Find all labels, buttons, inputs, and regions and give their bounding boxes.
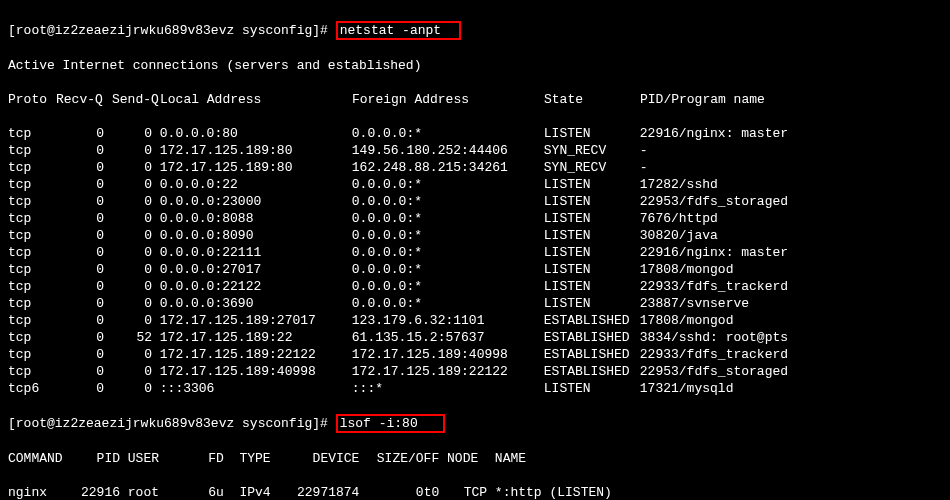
netstat-row: tcp00 172.17.125.189:22122172.17.125.189… [8,346,942,363]
netstat-row: tcp00 0.0.0.0:230000.0.0.0:*LISTEN22953/… [8,193,942,210]
netstat-row: tcp00 172.17.125.189:40998172.17.125.189… [8,363,942,380]
prompt-line-1: [root@iz2zeaezijrwku689v83evz sysconfig]… [8,21,942,40]
netstat-row: tcp00 172.17.125.189:80162.248.88.215:34… [8,159,942,176]
netstat-header: ProtoRecv-QSend-QLocal AddressForeign Ad… [8,91,942,108]
netstat-row: tcp00 0.0.0.0:221110.0.0.0:*LISTEN22916/… [8,244,942,261]
netstat-row: tcp00 0.0.0.0:36900.0.0.0:*LISTEN23887/s… [8,295,942,312]
netstat-row: tcp00 172.17.125.189:27017123.179.6.32:1… [8,312,942,329]
prompt-line-2: [root@iz2zeaezijrwku689v83evz sysconfig]… [8,414,942,433]
terminal[interactable]: [root@iz2zeaezijrwku689v83evz sysconfig]… [0,0,950,500]
netstat-row: tcp00 0.0.0.0:80880.0.0.0:*LISTEN7676/ht… [8,210,942,227]
netstat-row: tcp052 172.17.125.189:2261.135.15.2:5763… [8,329,942,346]
netstat-row: tcp00 0.0.0.0:80900.0.0.0:*LISTEN30820/j… [8,227,942,244]
lsof-header: COMMANDPID USERFD TYPEDEVICE SIZE/OFF NO… [8,450,942,467]
prompt-text: [root@iz2zeaezijrwku689v83evz sysconfig]… [8,23,328,38]
highlight-cmd-lsof: lsof -i:80 [336,414,445,433]
netstat-row: tcp00 0.0.0.0:221220.0.0.0:*LISTEN22933/… [8,278,942,295]
netstat-row: tcp00 0.0.0.0:800.0.0.0:*LISTEN22916/ngi… [8,125,942,142]
highlight-cmd-netstat: netstat -anpt [336,21,461,40]
netstat-row: tcp00 172.17.125.189:80149.56.180.252:44… [8,142,942,159]
lsof-row: nginx22916 root6u IPv422971874 0t0 TCP *… [8,484,942,500]
netstat-row: tcp00 0.0.0.0:270170.0.0.0:*LISTEN17808/… [8,261,942,278]
header-active: Active Internet connections (servers and… [8,57,942,74]
netstat-row: tcp600 :::3306:::*LISTEN17321/mysqld [8,380,942,397]
netstat-row: tcp00 0.0.0.0:220.0.0.0:*LISTEN17282/ssh… [8,176,942,193]
